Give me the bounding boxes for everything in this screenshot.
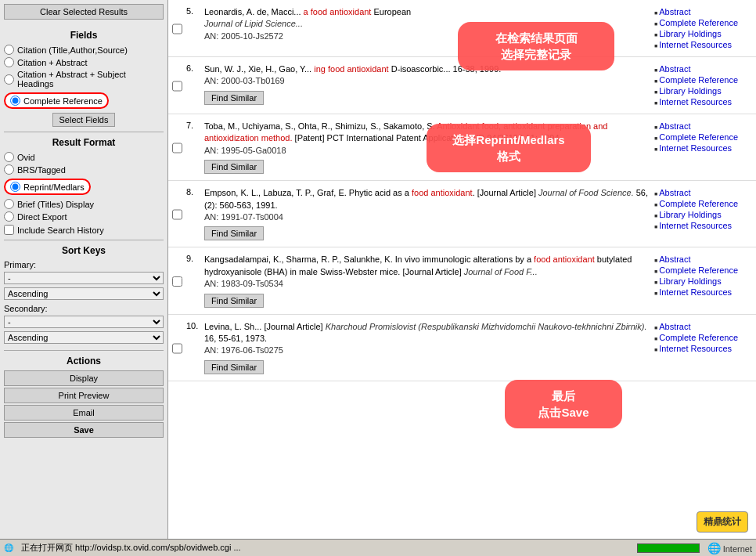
- result-content-5: Leonardis, A. de, Macci... a food antiox…: [204, 6, 650, 50]
- print-preview-button[interactable]: Print Preview: [4, 388, 164, 403]
- result-extra-6: D-isoascorbic... 16-38, 1999.: [389, 64, 502, 74]
- watermark: 精鼎统计: [697, 511, 748, 533]
- find-similar-8[interactable]: Find Similar: [204, 226, 264, 240]
- divider-2: [4, 240, 164, 240]
- reprint-medlars-option[interactable]: Reprint/Medlars: [4, 179, 91, 195]
- result-links-10: Abstract Complete Reference Internet Res…: [650, 321, 752, 374]
- result-title-pre-9: In vivo immunologic alterations by a: [395, 255, 534, 264]
- secondary-order-select[interactable]: Ascending: [4, 331, 164, 344]
- result-checkbox-8[interactable]: [172, 189, 182, 240]
- link-internet-8[interactable]: Internet Resources: [659, 221, 732, 230]
- primary-label: Primary:: [4, 260, 164, 269]
- result-extra-10: [Journal Article] Kharchoud Promislovist…: [204, 322, 647, 343]
- select-fields-button[interactable]: Select Fields: [52, 113, 116, 127]
- result-content-7: Toba, M., Uchiyama, S., Ohta, R., Shimiz…: [204, 121, 650, 174]
- left-panel: Clear Selected Results Fields Citation (…: [0, 0, 168, 539]
- divider-3: [4, 350, 164, 351]
- result-content-8: Empson, K. L., Labuza, T. P., Graf, E. P…: [204, 187, 650, 240]
- link-library-9[interactable]: Library Holdings: [659, 276, 721, 286]
- results-panel: 5. Leonardis, A. de, Macci... a food ant…: [168, 0, 756, 539]
- progress-indicator: [637, 543, 700, 553]
- format-ovid[interactable]: Ovid: [4, 152, 164, 162]
- email-button[interactable]: Email: [4, 405, 164, 421]
- link-internet-5[interactable]: Internet Resources: [659, 40, 732, 49]
- link-library-8[interactable]: Library Holdings: [659, 210, 721, 219]
- result-checkbox-5[interactable]: [172, 8, 182, 50]
- save-button[interactable]: Save: [4, 422, 164, 438]
- link-internet-6[interactable]: Internet Resources: [659, 97, 732, 107]
- link-complete-ref-8[interactable]: Complete Reference: [659, 199, 738, 208]
- result-an-8: AN: 1991-07-Ts0004: [204, 212, 283, 222]
- include-search-history[interactable]: Include Search History: [4, 225, 164, 235]
- result-num-8: 8.: [186, 187, 200, 240]
- result-an-7: AN: 1995-05-Ga0018: [204, 146, 286, 155]
- result-an-6: AN: 2000-03-Tb0169: [204, 76, 285, 85]
- result-checkbox-10[interactable]: [172, 323, 182, 374]
- find-similar-10[interactable]: Find Similar: [204, 360, 264, 374]
- result-an-9: AN: 1983-09-Ts0534: [204, 279, 283, 288]
- link-complete-ref-6[interactable]: Complete Reference: [659, 75, 738, 85]
- link-internet-10[interactable]: Internet Resources: [659, 344, 732, 353]
- result-num-7: 7.: [186, 121, 200, 174]
- secondary-sort-select[interactable]: -: [4, 316, 164, 328]
- result-links-5: Abstract Complete Reference Library Hold…: [650, 6, 752, 50]
- status-bar: 🌐 正在打开网页 http://ovidsp.tx.ovid.com/spb/o…: [0, 539, 756, 556]
- primary-order-select[interactable]: Ascending: [4, 287, 164, 300]
- link-internet-7[interactable]: Internet Resources: [659, 143, 732, 153]
- result-num-6: 6.: [186, 63, 200, 107]
- field-option-3[interactable]: Citation + Abstract + Subject Headings: [4, 70, 164, 88]
- result-num-9: 9.: [186, 254, 200, 307]
- result-authors-5: Leonardis, A. de, Macci...: [204, 7, 304, 16]
- result-item-10: 10. Levina, L. Sh... [Journal Article] K…: [168, 315, 756, 381]
- result-format-title: Result Format: [4, 137, 164, 148]
- link-abstract-5[interactable]: Abstract: [659, 7, 690, 16]
- result-item-9: 9. Kangsadalampai, K., Sharma, R. P., Sa…: [168, 247, 756, 314]
- link-abstract-8[interactable]: Abstract: [659, 188, 690, 197]
- result-num-10: 10.: [186, 321, 200, 374]
- find-similar-9[interactable]: Find Similar: [204, 294, 264, 308]
- result-title-pre-8: Phytic acid as a: [349, 188, 412, 197]
- link-abstract-9[interactable]: Abstract: [659, 255, 690, 264]
- main-container: Clear Selected Results Fields Citation (…: [0, 0, 756, 556]
- display-button[interactable]: Display: [4, 370, 164, 386]
- result-an-10: AN: 1976-06-Ts0275: [204, 345, 283, 355]
- link-complete-ref-7[interactable]: Complete Reference: [659, 132, 738, 142]
- result-links-9: Abstract Complete Reference Library Hold…: [650, 254, 752, 307]
- link-abstract-7[interactable]: Abstract: [659, 121, 690, 131]
- content-area: Clear Selected Results Fields Citation (…: [0, 0, 756, 539]
- link-library-5[interactable]: Library Holdings: [659, 29, 721, 38]
- result-checkbox-9[interactable]: [172, 255, 182, 307]
- link-library-6[interactable]: Library Holdings: [659, 86, 721, 96]
- find-similar-7[interactable]: Find Similar: [204, 160, 264, 174]
- result-num-5: 5.: [186, 6, 200, 50]
- format-brief[interactable]: Brief (Titles) Display: [4, 199, 164, 209]
- clear-selected-button[interactable]: Clear Selected Results: [4, 4, 164, 20]
- actions-title: Actions: [4, 356, 164, 366]
- result-authors-7: Toba, M., Uchiyama, S., Ohta, R., Shimiz…: [204, 121, 437, 131]
- link-complete-ref-5[interactable]: Complete Reference: [659, 18, 738, 27]
- link-complete-ref-10[interactable]: Complete Reference: [659, 333, 738, 342]
- ie-label: 🌐 Internet: [707, 542, 752, 554]
- link-abstract-6[interactable]: Abstract: [659, 64, 690, 74]
- link-abstract-10[interactable]: Abstract: [659, 322, 690, 331]
- result-title-red-8: food antioxidant: [412, 188, 473, 197]
- loading-icon: 🌐: [4, 543, 13, 552]
- result-authors-8: Empson, K. L., Labuza, T. P., Graf, E.: [204, 188, 349, 197]
- sort-keys-title: Sort Keys: [4, 245, 164, 256]
- field-option-1[interactable]: Citation (Title,Author,Source): [4, 45, 164, 55]
- field-option-2[interactable]: Citation + Abstract: [4, 57, 164, 67]
- link-complete-ref-9[interactable]: Complete Reference: [659, 265, 738, 275]
- result-checkbox-6[interactable]: [172, 65, 182, 107]
- format-brs[interactable]: BRS/Tagged: [4, 164, 164, 175]
- result-title-red-6: ing food antioxidant: [314, 64, 388, 74]
- primary-sort-select[interactable]: -: [4, 272, 164, 284]
- result-checkbox-7[interactable]: [172, 122, 182, 174]
- link-internet-9[interactable]: Internet Resources: [659, 287, 732, 297]
- find-similar-6[interactable]: Find Similar: [204, 91, 264, 105]
- result-authors-10: Levina, L. Sh...: [204, 322, 264, 331]
- result-extra-7: [Patent] PCT International Patent Applic…: [293, 133, 562, 143]
- divider-1: [4, 132, 164, 132]
- format-direct[interactable]: Direct Export: [4, 211, 164, 222]
- bubble-save: 最后点击Save: [505, 380, 622, 428]
- complete-reference-option[interactable]: Complete Reference: [4, 92, 109, 109]
